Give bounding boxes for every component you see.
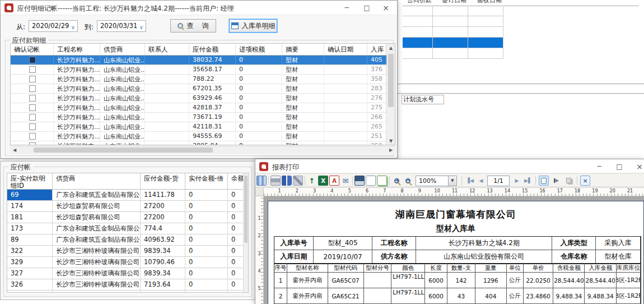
cell[interactable] [145, 65, 189, 74]
inbound-detail-button[interactable]: 入库单明细 [229, 19, 277, 33]
cell[interactable]: 山东南山铝业... [100, 132, 145, 141]
titlebar[interactable]: 应付明细记帐------当前工程: 长沙万科魅力之城4.2期------当前用户… [1, 1, 397, 15]
zoom-out-icon[interactable] [403, 176, 413, 186]
column-header[interactable]: 应付金额 [189, 44, 236, 55]
cell[interactable]: 长沙坦森贸易有限公司 [53, 212, 141, 223]
maximize-button[interactable]: □ [612, 161, 627, 172]
cell[interactable] [468, 38, 503, 48]
table-row[interactable]: 长沙万科魅力...山东南山铝业...73671.190型材266 [11, 113, 395, 122]
cell[interactable]: 94555.69 [189, 132, 236, 141]
cell[interactable]: 型材 [282, 113, 324, 122]
cell[interactable] [145, 113, 189, 122]
cell[interactable]: 型材 [282, 65, 324, 74]
cell[interactable]: 42818.37 [189, 103, 236, 112]
cell[interactable]: 275 [367, 103, 386, 112]
chevron-down-icon[interactable]: ∨ [71, 22, 75, 33]
hand-tool-icon[interactable] [539, 176, 549, 186]
table-row[interactable]: 322长沙市三湘特种玻璃有限公司9839.3400 [7, 246, 248, 257]
cell[interactable]: 0 [236, 122, 282, 131]
cell[interactable] [403, 48, 433, 58]
cell[interactable]: 0 [185, 246, 228, 256]
cell[interactable] [7, 291, 53, 293]
cell[interactable]: 326 [7, 279, 53, 290]
cell[interactable]: 67201.35 [189, 84, 236, 93]
column-header[interactable]: 联系人 [145, 44, 189, 55]
cell[interactable] [403, 16, 433, 26]
confirm-cell[interactable] [11, 141, 54, 145]
confirm-cell[interactable] [11, 84, 54, 93]
table-row[interactable]: 长沙市三湘特种玻璃有限公司 [7, 291, 248, 293]
query-button[interactable]: 查 询 [170, 19, 216, 33]
cell[interactable] [468, 48, 503, 58]
table-row[interactable] [403, 16, 503, 27]
cell[interactable]: 0 [236, 94, 282, 103]
row-checkbox[interactable] [29, 95, 36, 102]
text-select-tool-icon[interactable]: I▶ [551, 176, 561, 186]
table-row[interactable]: 173广东合和建筑五金制品有限公司774.400 [7, 223, 248, 234]
cell[interactable]: 长沙万科魅力... [54, 65, 100, 74]
table-row[interactable]: 长沙万科魅力...山东南山铝业...788.220型材358 [11, 75, 395, 84]
table-row[interactable]: 长沙万科魅力...山东南山铝业...42118.310型材265 [11, 122, 395, 132]
cell[interactable]: 0 [236, 132, 282, 141]
cell[interactable] [145, 56, 189, 65]
cell[interactable]: 长沙万科魅力... [54, 132, 100, 141]
cell[interactable] [141, 291, 185, 293]
column-header[interactable]: 供货商 [53, 173, 141, 189]
scroll-down-icon[interactable]: ▼ [387, 139, 395, 144]
cell[interactable]: 长沙万科魅力... [54, 75, 100, 84]
print-icon[interactable] [270, 176, 281, 186]
cell[interactable]: 327 [7, 268, 53, 279]
first-page-button[interactable]: ▐◀ [465, 176, 475, 186]
cell[interactable]: 42118.31 [189, 122, 236, 131]
cell[interactable]: 0 [236, 56, 282, 65]
cell[interactable]: 长沙万科魅力... [54, 122, 100, 131]
cell[interactable]: 38032.74 [189, 56, 236, 65]
cell[interactable]: 788.22 [189, 75, 236, 84]
cell[interactable]: 山东南山铝业... [100, 94, 145, 103]
cell[interactable] [145, 75, 189, 84]
cell[interactable]: 265 [367, 122, 386, 131]
confirm-cell[interactable] [11, 75, 54, 84]
cell[interactable]: 63929.46 [189, 94, 236, 103]
cell[interactable]: 7193.64 [141, 279, 185, 290]
table-row[interactable] [403, 38, 503, 48]
minimize-button[interactable]: ─ [591, 161, 607, 172]
cell[interactable] [324, 84, 367, 93]
column-header[interactable]: 工程名称 [54, 44, 100, 55]
cell[interactable]: 69 [7, 190, 53, 200]
cell[interactable] [403, 38, 433, 48]
cell[interactable]: 329 [7, 257, 53, 268]
table-row[interactable] [403, 48, 503, 59]
column-header[interactable]: 摘要 [282, 44, 324, 55]
cell[interactable]: 322 [7, 246, 53, 256]
confirm-cell[interactable] [11, 65, 54, 74]
cell[interactable]: 型材 [282, 103, 324, 112]
cell[interactable] [324, 94, 367, 103]
cell[interactable]: 0 [185, 268, 228, 279]
table-row[interactable]: 174长沙坦森贸易有限公司2720000 [7, 201, 248, 212]
cell[interactable]: 长沙万科魅力... [54, 94, 100, 103]
column-header[interactable]: 进项税额 [236, 44, 282, 55]
cell[interactable]: 长沙万科魅力... [54, 103, 100, 112]
cell[interactable]: 40963.92 [141, 234, 185, 245]
cell[interactable]: 型材 [282, 75, 324, 84]
cell[interactable]: 0 [236, 75, 282, 84]
cell[interactable]: 山东南山铝业... [100, 56, 145, 65]
to-date-combo[interactable]: 2020/03/31 ∨ [97, 20, 146, 32]
row-checkbox[interactable] [29, 142, 36, 145]
confirm-cell[interactable] [11, 94, 54, 103]
table-row[interactable]: 长沙万科魅力...山东南山铝业...42818.370型材275 [11, 103, 395, 113]
zoom-in-icon[interactable] [391, 176, 402, 186]
cell[interactable]: 174 [7, 201, 53, 211]
row-checkbox[interactable] [29, 123, 36, 130]
column-header[interactable]: 应-实付款明细ID [7, 173, 53, 189]
cell[interactable] [324, 75, 367, 84]
cell[interactable]: 型材 [282, 56, 324, 65]
cell[interactable] [468, 6, 503, 16]
cell[interactable] [403, 6, 433, 16]
row-checkbox[interactable] [29, 133, 36, 140]
cell[interactable] [433, 6, 468, 16]
close-button[interactable]: × [378, 2, 394, 13]
column-header[interactable]: 入库 [367, 44, 386, 55]
chevron-down-icon[interactable]: ∨ [139, 22, 143, 33]
